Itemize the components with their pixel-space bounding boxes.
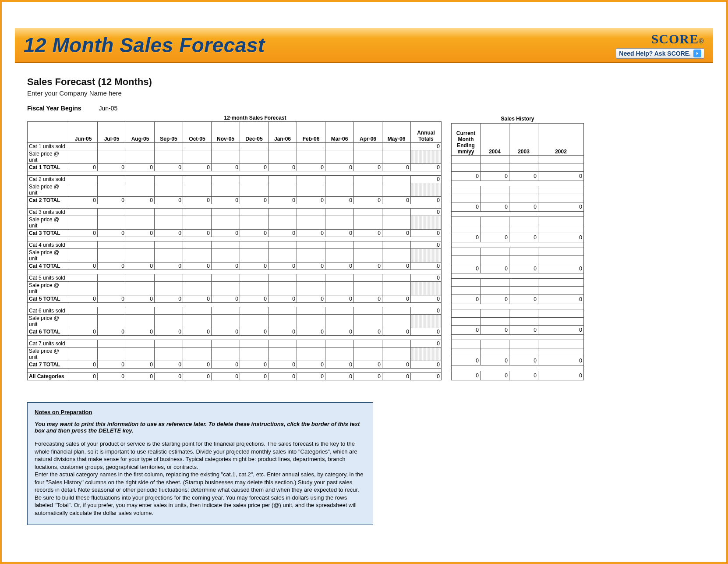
cell[interactable]	[69, 143, 98, 150]
cell[interactable]: 0	[98, 197, 126, 204]
cell[interactable]	[382, 340, 411, 348]
fiscal-value[interactable]: Jun-05	[99, 105, 117, 112]
cell[interactable]	[382, 348, 411, 361]
cell[interactable]: 0	[98, 328, 126, 336]
cell[interactable]	[297, 241, 325, 249]
cell[interactable]	[325, 150, 354, 164]
cell[interactable]	[325, 274, 354, 282]
cell[interactable]	[325, 176, 354, 183]
cell[interactable]	[126, 216, 155, 230]
cell[interactable]: 0	[269, 295, 297, 303]
row-label[interactable]: Cat 3 TOTAL	[28, 230, 69, 237]
cell[interactable]: 0	[155, 230, 183, 237]
cell[interactable]	[212, 150, 240, 164]
cell[interactable]: 0	[411, 340, 442, 348]
cell[interactable]	[452, 163, 481, 172]
row-label[interactable]: Cat 7 TOTAL	[28, 361, 69, 369]
cell[interactable]	[69, 307, 98, 315]
cell[interactable]: 0	[481, 202, 509, 211]
cell[interactable]	[509, 194, 538, 202]
cell[interactable]	[538, 217, 584, 225]
cell[interactable]	[269, 216, 297, 230]
cell[interactable]: 0	[382, 373, 411, 380]
cell[interactable]: 0	[297, 373, 325, 380]
cell[interactable]	[98, 274, 126, 282]
row-label[interactable]: All Categories	[28, 373, 69, 380]
cell[interactable]	[126, 183, 155, 197]
cell[interactable]: 0	[411, 143, 442, 150]
cell[interactable]	[28, 336, 69, 340]
cell[interactable]: 0	[155, 164, 183, 171]
cell[interactable]: 0	[354, 361, 382, 369]
cell[interactable]	[354, 307, 382, 315]
cell[interactable]: 0	[269, 361, 297, 369]
cell[interactable]	[452, 278, 481, 287]
cell[interactable]	[325, 241, 354, 249]
cell[interactable]: 0	[212, 295, 240, 303]
cell[interactable]	[538, 287, 584, 295]
cell[interactable]	[28, 270, 69, 274]
row-label[interactable]: Cat 4 TOTAL	[28, 262, 69, 270]
cell[interactable]: 0	[212, 230, 240, 237]
cell[interactable]: 0	[538, 264, 584, 273]
cell[interactable]	[354, 348, 382, 361]
row-label[interactable]: Sale price @ unit	[28, 282, 69, 295]
cell[interactable]	[382, 209, 411, 216]
cell[interactable]: 0	[69, 373, 98, 380]
cell[interactable]	[452, 211, 584, 216]
cell[interactable]	[382, 216, 411, 230]
cell[interactable]: 0	[354, 197, 382, 204]
cell[interactable]	[98, 282, 126, 295]
cell[interactable]	[325, 340, 354, 348]
cell[interactable]	[354, 143, 382, 150]
cell[interactable]: 0	[297, 230, 325, 237]
cell[interactable]: 0	[481, 356, 509, 365]
row-label[interactable]: Cat 5 TOTAL	[28, 295, 69, 303]
cell[interactable]	[240, 249, 269, 262]
cell[interactable]	[212, 176, 240, 183]
cell[interactable]: 0	[325, 262, 354, 270]
cell[interactable]	[269, 348, 297, 361]
cell[interactable]	[481, 155, 509, 163]
cell[interactable]	[325, 348, 354, 361]
cell[interactable]: 0	[411, 361, 442, 369]
cell[interactable]	[481, 225, 509, 233]
cell[interactable]	[325, 216, 354, 230]
cell[interactable]: 0	[411, 197, 442, 204]
cell[interactable]	[126, 340, 155, 348]
cell[interactable]: 0	[411, 164, 442, 171]
cell[interactable]: 0	[411, 230, 442, 237]
cell[interactable]	[538, 340, 584, 348]
cell[interactable]	[382, 315, 411, 328]
cell[interactable]: 0	[481, 371, 509, 380]
row-label[interactable]: Cat 3 units sold	[28, 209, 69, 216]
cell[interactable]	[240, 282, 269, 295]
cell[interactable]: 0	[69, 164, 98, 171]
cell[interactable]	[297, 307, 325, 315]
row-label[interactable]: Sale price @ unit	[28, 216, 69, 230]
cell[interactable]	[481, 317, 509, 326]
cell[interactable]	[126, 274, 155, 282]
cell[interactable]	[155, 249, 183, 262]
cell[interactable]	[382, 274, 411, 282]
cell[interactable]	[354, 282, 382, 295]
cell[interactable]	[269, 150, 297, 164]
cell[interactable]: 0	[411, 176, 442, 183]
cell[interactable]: 0	[69, 328, 98, 336]
cell[interactable]: 0	[240, 197, 269, 204]
cell[interactable]	[325, 183, 354, 197]
cell[interactable]	[240, 348, 269, 361]
cell[interactable]	[155, 348, 183, 361]
cell[interactable]	[28, 204, 69, 209]
cell[interactable]	[212, 209, 240, 216]
cell[interactable]	[69, 315, 98, 328]
cell[interactable]	[98, 183, 126, 197]
cell[interactable]	[183, 348, 212, 361]
cell[interactable]	[183, 150, 212, 164]
cell[interactable]	[269, 307, 297, 315]
cell[interactable]: 0	[98, 373, 126, 380]
cell[interactable]	[382, 183, 411, 197]
cell[interactable]: 0	[481, 264, 509, 273]
cell[interactable]: 0	[126, 361, 155, 369]
cell[interactable]	[452, 335, 584, 340]
